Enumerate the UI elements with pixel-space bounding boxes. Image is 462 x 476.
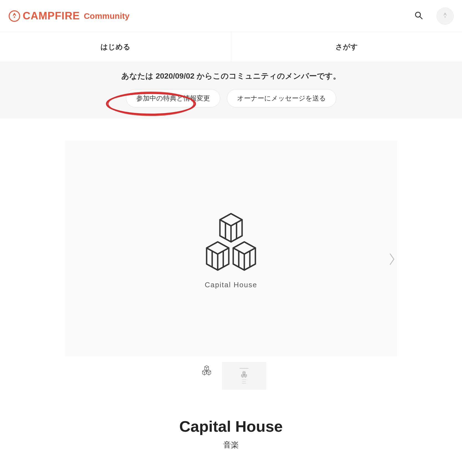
search-icon [414,17,423,21]
page-category: 音楽 [0,440,462,450]
carousel-slide: Capital House [65,141,397,356]
main-nav: はじめる さがす [0,32,462,62]
carousel-thumbnails: ━━━━━━━━ ━━━━━━━━━━━━━━ [0,362,462,390]
carousel-next-button[interactable] [382,247,401,272]
page-title: Capital House [0,417,462,435]
thumbnail-1[interactable] [196,362,217,378]
brand-logo[interactable]: CAMPFIRE Community [8,10,129,22]
member-status-banner: あなたは 2020/09/02 からこのコミュニティのメンバーです。 参加中の特… [0,62,462,118]
svg-line-2 [420,17,422,19]
thumbnail-2-lines: ━━━━━━━━━━━━━━ [242,379,246,384]
brand-name-sub: Community [84,11,129,21]
search-button[interactable] [412,9,425,23]
user-avatar[interactable] [437,7,454,25]
cubes-icon [240,371,248,378]
cubes-icon [201,364,212,376]
header-actions [412,7,454,25]
cubes-icon [198,208,264,275]
member-status-text: あなたは 2020/09/02 からこのコミュニティのメンバーです。 [6,71,456,81]
site-header: CAMPFIRE Community [0,0,462,32]
community-logo-image: Capital House [198,208,264,289]
message-owner-button[interactable]: オーナーにメッセージを送る [227,89,336,107]
rewards-button[interactable]: 参加中の特典と情報変更 [126,89,220,107]
tab-start[interactable]: はじめる [0,32,231,62]
banner-button-group: 参加中の特典と情報変更 オーナーにメッセージを送る [6,89,456,107]
flame-avatar-icon [441,12,449,20]
thumbnail-2-text: ━━━━━━━━ [240,367,248,369]
tab-search[interactable]: さがす [231,32,462,62]
chevron-right-icon [388,263,396,267]
brand-name-main: CAMPFIRE [23,10,80,22]
image-carousel: Capital House ━━━━━━━━ [0,118,462,401]
flame-icon [8,10,20,22]
carousel-logo-caption: Capital House [198,281,264,289]
thumbnail-2[interactable]: ━━━━━━━━ ━━━━━━━━━━━━━━ [222,362,266,390]
